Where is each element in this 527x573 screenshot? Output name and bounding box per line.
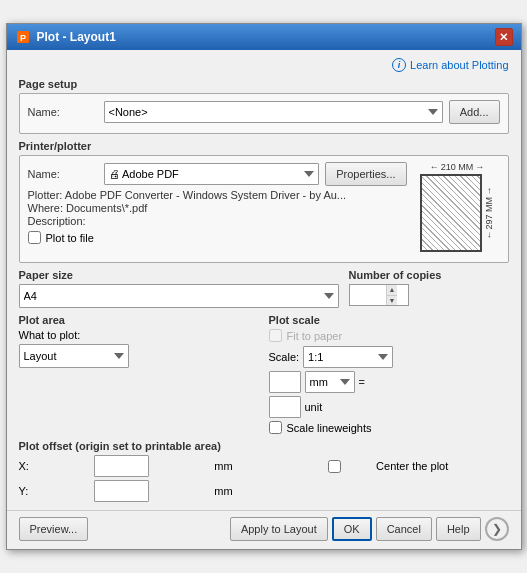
page-setup-section: Page setup Name: <None> Add... (19, 78, 509, 134)
scale-lineweights-row: Scale lineweights (269, 421, 509, 434)
help-button[interactable]: Help (436, 517, 481, 541)
printer-plotter-label: Printer/plotter (19, 140, 509, 152)
page-setup-name-select[interactable]: <None> (104, 101, 443, 123)
plot-offset-label: Plot offset (origin set to printable are… (19, 440, 509, 452)
paper-preview-row: ← 297 MM → (420, 174, 494, 252)
properties-button[interactable]: Properties... (325, 162, 406, 186)
plot-offset-grid: X: 0.00 mm Center the plot Y: 0.00 mm (19, 455, 509, 502)
copies-spinbox-btns: ▲ ▼ (386, 285, 398, 305)
paper-size-section: Paper size A4 (19, 269, 339, 308)
printer-plotter-section: Printer/plotter Name: 🖨 Adobe PDF Proper… (19, 140, 509, 263)
what-to-plot-row: What to plot: Layout (19, 329, 259, 368)
window-title: Plot - Layout1 (37, 30, 116, 44)
scale-value-row: 1 mm = (269, 371, 509, 393)
x-input[interactable]: 0.00 (94, 455, 149, 477)
plot-area-label: Plot area (19, 314, 259, 326)
scale-lineweights-label: Scale lineweights (287, 422, 372, 434)
y-unit: mm (214, 485, 293, 497)
printer-plotter-box: Name: 🖨 Adobe PDF Properties... Plotter:… (19, 155, 509, 263)
preview-button[interactable]: Preview... (19, 517, 89, 541)
x-label: X: (19, 460, 90, 472)
y-input[interactable]: 0.00 (94, 480, 149, 502)
printer-name-row: Name: 🖨 Adobe PDF Properties... (28, 162, 407, 186)
copies-label: Number of copies (349, 269, 509, 281)
ok-button[interactable]: OK (332, 517, 372, 541)
title-bar: P Plot - Layout1 ✕ (7, 24, 521, 50)
scale-value2-input[interactable]: 1 (269, 396, 301, 418)
close-button[interactable]: ✕ (495, 28, 513, 46)
paper-width-label: ← 210 MM → (430, 162, 485, 172)
copies-up-button[interactable]: ▲ (387, 285, 398, 296)
footer-right: Apply to Layout OK Cancel Help ❯ (230, 517, 509, 541)
fit-to-paper-row: Fit to paper (269, 329, 509, 342)
plotter-value: Adobe PDF Converter - Windows System Dri… (65, 189, 346, 201)
paper-copies-row: Paper size A4 Number of copies 1 ▲ ▼ (19, 269, 509, 308)
scale-unit-row: 1 unit (269, 396, 509, 418)
plot-area-section: Plot area What to plot: Layout (19, 314, 259, 434)
page-setup-label: Page setup (19, 78, 509, 90)
scale-row: Scale: 1:1 (269, 346, 509, 368)
info-row: i Learn about Plotting (19, 58, 509, 72)
where-label: Where: (28, 202, 63, 214)
fit-to-paper-label: Fit to paper (287, 330, 343, 342)
printer-plotter-left: Name: 🖨 Adobe PDF Properties... Plotter:… (28, 162, 407, 256)
plot-to-file-checkbox[interactable] (28, 231, 41, 244)
plot-to-file-label: Plot to file (46, 232, 94, 244)
paper-preview-container: ← 210 MM → ← 297 MM → (415, 162, 500, 256)
copies-section: Number of copies 1 ▲ ▼ (349, 269, 509, 308)
copies-down-button[interactable]: ▼ (387, 296, 398, 306)
title-bar-left: P Plot - Layout1 (15, 29, 116, 45)
fit-to-paper-checkbox[interactable] (269, 329, 282, 342)
copies-input[interactable]: 1 (350, 285, 386, 305)
plot-scale-section: Plot scale Fit to paper Scale: 1:1 1 mm (269, 314, 509, 434)
what-to-plot-select[interactable]: Layout (19, 344, 129, 368)
page-setup-name-row: Name: <None> Add... (28, 100, 500, 124)
scale-value1-input[interactable]: 1 (269, 371, 301, 393)
plot-area-scale-row: Plot area What to plot: Layout Plot scal… (19, 314, 509, 434)
scale-label: Scale: (269, 351, 300, 363)
description-row: Description: (28, 215, 407, 227)
plot-scale-label: Plot scale (269, 314, 509, 326)
add-button[interactable]: Add... (449, 100, 500, 124)
where-row: Where: Documents\*.pdf (28, 202, 407, 214)
copies-spinbox[interactable]: 1 ▲ ▼ (349, 284, 409, 306)
printer-name-label: Name: (28, 168, 98, 180)
info-icon: i (392, 58, 406, 72)
learn-about-plotting-link[interactable]: Learn about Plotting (410, 59, 508, 71)
page-setup-name-label: Name: (28, 106, 98, 118)
scale-lineweights-checkbox[interactable] (269, 421, 282, 434)
plotter-row: Plotter: Adobe PDF Converter - Windows S… (28, 189, 407, 201)
where-value: Documents\*.pdf (66, 202, 147, 214)
paper-size-select[interactable]: A4 (19, 284, 339, 308)
svg-text:P: P (19, 33, 25, 43)
plot-to-file-row: Plot to file (28, 231, 407, 244)
printer-name-select[interactable]: 🖨 Adobe PDF (104, 163, 320, 185)
expand-button[interactable]: ❯ (485, 517, 509, 541)
what-to-plot-label: What to plot: (19, 329, 259, 341)
scale-select[interactable]: 1:1 (303, 346, 393, 368)
arrow-icon: ❯ (492, 522, 502, 536)
center-plot-checkbox[interactable] (298, 460, 371, 473)
plot-offset-section: Plot offset (origin set to printable are… (19, 440, 509, 502)
footer: Preview... Apply to Layout OK Cancel Hel… (7, 510, 521, 549)
unit2-label: unit (305, 401, 323, 413)
center-plot-label: Center the plot (376, 460, 508, 472)
paper-preview (420, 174, 482, 252)
cancel-button[interactable]: Cancel (376, 517, 432, 541)
plot-dialog: P Plot - Layout1 ✕ i Learn about Plottin… (6, 23, 522, 550)
scale-unit1-select[interactable]: mm (305, 371, 355, 393)
app-icon: P (15, 29, 31, 45)
hatch-fill (422, 176, 480, 250)
paper-size-label: Paper size (19, 269, 339, 281)
apply-to-layout-button[interactable]: Apply to Layout (230, 517, 328, 541)
equals-sign: = (359, 376, 365, 388)
description-label: Description: (28, 215, 86, 227)
page-setup-box: Name: <None> Add... (19, 93, 509, 134)
y-label: Y: (19, 485, 90, 497)
paper-height-label: ← 297 MM → (484, 187, 494, 240)
plotter-label: Plotter: (28, 189, 63, 201)
dialog-body: i Learn about Plotting Page setup Name: … (7, 50, 521, 510)
x-unit: mm (214, 460, 293, 472)
